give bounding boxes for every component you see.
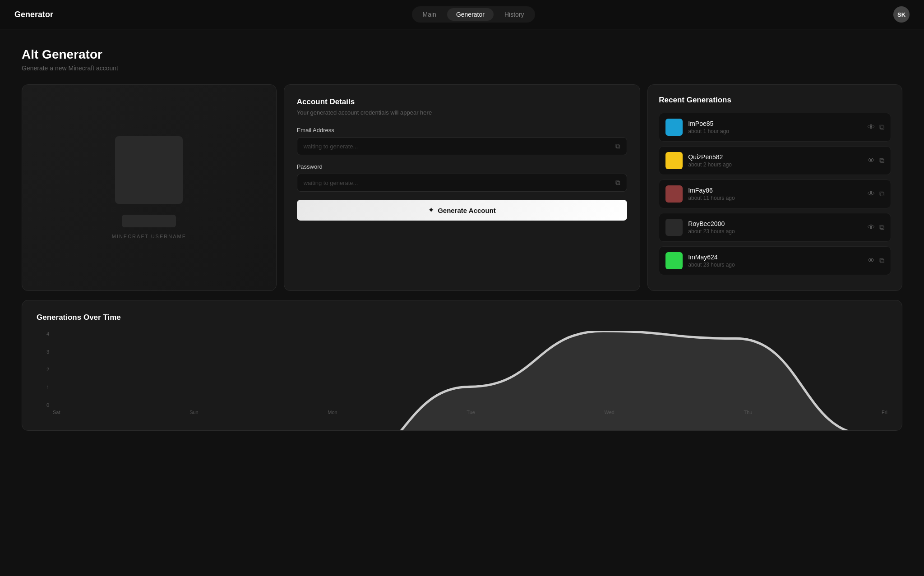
generation-item: ImFay86about 11 hours ago👁⧉ [659,180,891,208]
password-input-row: waiting to generate... ⧉ [297,174,628,192]
email-input-row: waiting to generate... ⧉ [297,137,628,155]
app-logo: Generator [14,10,53,19]
x-label-mon: Mon [328,410,337,421]
generation-item: ImPoe85about 1 hour ago👁⧉ [659,113,891,142]
user-avatar[interactable]: SK [893,6,910,23]
x-label-sun: Sun [189,410,199,421]
y-label-4: 4 [37,331,49,336]
gen-avatar [665,252,683,269]
account-details-desc: Your generated account credentials will … [297,109,628,116]
view-icon[interactable]: 👁 [868,123,875,131]
x-label-tue: Tue [467,410,475,421]
gen-name: RoyBee2000 [688,220,862,227]
account-details-card: Account Details Your generated account c… [284,84,641,291]
username-bar [122,215,176,227]
minecraft-username-label: MINECRAFT USERNAME [112,234,186,239]
copy-icon[interactable]: ⧉ [879,123,884,131]
gen-info: ImPoe85about 1 hour ago [688,120,862,134]
gen-info: ImMay624about 23 hours ago [688,253,862,268]
nav-bar: Main Generator History [412,6,535,23]
copy-icon[interactable]: ⧉ [879,257,884,265]
y-label-2: 2 [37,367,49,372]
gen-time: about 23 hours ago [688,262,862,268]
gen-name: QuizPen582 [688,153,862,161]
page-subtitle: Generate a new Minecraft account [22,65,902,72]
gen-name: ImFay86 [688,187,862,194]
password-placeholder: waiting to generate... [304,180,616,186]
x-label-thu: Thu [744,410,753,421]
recent-generations-title: Recent Generations [659,96,891,105]
password-label: Password [297,163,628,170]
gen-time: about 23 hours ago [688,228,862,235]
nav-item-history[interactable]: History [495,8,533,21]
gen-time: about 1 hour ago [688,128,862,134]
x-label-fri: Fri [882,410,887,421]
gen-name: ImPoe85 [688,120,862,127]
chart-area: 0 1 2 3 4 Sat Sun Mon Tue Wed Thu Fri [37,331,887,421]
generation-item: QuizPen582about 2 hours ago👁⧉ [659,146,891,175]
email-label: Email Address [297,127,628,134]
gen-avatar [665,152,683,169]
gen-time: about 11 hours ago [688,195,862,201]
generate-button-label: Generate Account [438,207,496,214]
generate-account-button[interactable]: ✦ Generate Account [297,200,628,221]
generate-icon: ✦ [428,206,434,214]
gen-info: ImFay86about 11 hours ago [688,187,862,201]
recent-generations-card: Recent Generations ImPoe85about 1 hour a… [647,84,902,291]
gen-actions: 👁⧉ [868,190,884,198]
gen-actions: 👁⧉ [868,257,884,265]
x-label-sat: Sat [53,410,60,421]
generation-item: RoyBee2000about 23 hours ago👁⧉ [659,213,891,242]
y-label-3: 3 [37,349,49,355]
gen-info: QuizPen582about 2 hours ago [688,153,862,168]
gen-info: RoyBee2000about 23 hours ago [688,220,862,235]
chart-title: Generations Over Time [37,313,887,322]
chart-x-labels: Sat Sun Mon Tue Wed Thu Fri [53,410,887,421]
gen-name: ImMay624 [688,253,862,261]
gen-time: about 2 hours ago [688,161,862,168]
gen-actions: 👁⧉ [868,157,884,165]
page-content: Alt Generator Generate a new Minecraft a… [0,29,924,449]
header: Generator Main Generator History SK [0,0,924,29]
copy-icon[interactable]: ⧉ [879,157,884,165]
generation-item: ImMay624about 23 hours ago👁⧉ [659,246,891,275]
view-icon[interactable]: 👁 [868,223,875,231]
nav-item-generator[interactable]: Generator [447,8,494,21]
generation-list: ImPoe85about 1 hour ago👁⧉QuizPen582about… [659,113,891,275]
gen-avatar [665,219,683,236]
view-icon[interactable]: 👁 [868,157,875,165]
view-icon[interactable]: 👁 [868,257,875,265]
gen-actions: 👁⧉ [868,223,884,231]
y-label-1: 1 [37,385,49,390]
copy-icon[interactable]: ⧉ [879,223,884,231]
chart-y-labels: 0 1 2 3 4 [37,331,49,408]
minecraft-avatar-preview [115,136,183,204]
avatar-card: MINECRAFT USERNAME [22,84,277,291]
chart-card: Generations Over Time 0 1 2 3 4 Sat Sun … [22,300,902,431]
nav-item-main[interactable]: Main [414,8,445,21]
y-label-0: 0 [37,402,49,408]
x-label-wed: Wed [604,410,614,421]
gen-avatar [665,185,683,203]
account-details-title: Account Details [297,97,628,106]
email-copy-icon[interactable]: ⧉ [615,142,620,150]
gen-actions: 👁⧉ [868,123,884,131]
copy-icon[interactable]: ⧉ [879,190,884,198]
gen-avatar [665,119,683,136]
password-copy-icon[interactable]: ⧉ [615,179,620,187]
email-placeholder: waiting to generate... [304,143,616,150]
page-title: Alt Generator [22,47,902,62]
view-icon[interactable]: 👁 [868,190,875,198]
main-grid: MINECRAFT USERNAME Account Details Your … [22,84,902,291]
